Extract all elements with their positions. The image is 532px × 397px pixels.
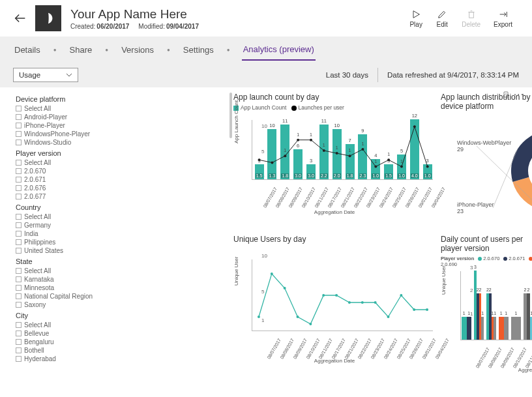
checkbox-icon[interactable] bbox=[16, 168, 22, 174]
series-bar[interactable]: 1 bbox=[499, 317, 504, 340]
svg-point-9 bbox=[271, 161, 273, 164]
checkbox-icon[interactable] bbox=[16, 222, 22, 228]
tab-analytics[interactable]: Analytics (preview) bbox=[242, 39, 316, 61]
slicer-item[interactable]: United States bbox=[16, 246, 228, 255]
checkbox-icon[interactable] bbox=[16, 293, 22, 299]
slicer-item[interactable]: Bothell bbox=[16, 346, 228, 355]
slicer-item[interactable]: Android-Player bbox=[16, 113, 228, 121]
checkbox-icon[interactable] bbox=[16, 185, 22, 191]
svg-point-16 bbox=[361, 148, 364, 151]
series-bar[interactable]: 1 bbox=[511, 317, 521, 340]
slicer-scrollbar[interactable] bbox=[229, 93, 232, 138]
export-button[interactable]: Export bbox=[494, 9, 512, 28]
report-area: ··· App launch count by day App Launch C… bbox=[0, 87, 532, 378]
play-button[interactable]: Play bbox=[409, 9, 422, 28]
checkbox-icon[interactable] bbox=[16, 248, 22, 254]
svg-point-36 bbox=[387, 316, 390, 318]
checkbox-icon[interactable] bbox=[16, 347, 22, 353]
checkbox-icon[interactable] bbox=[16, 356, 22, 362]
checkbox-icon[interactable] bbox=[16, 194, 22, 199]
tab-versions[interactable]: Versions bbox=[120, 40, 155, 60]
checkbox-icon[interactable] bbox=[16, 140, 22, 145]
slicer-item[interactable]: Minnesota bbox=[16, 284, 228, 292]
slicer-item[interactable]: Bellevue bbox=[16, 329, 228, 338]
svg-point-12 bbox=[310, 139, 312, 141]
users-per-version-chart: Player version2.0.6702.0.6712.0.6762.0.6… bbox=[441, 256, 532, 373]
slicer-item[interactable]: 2.0.671 bbox=[16, 175, 228, 184]
svg-point-30 bbox=[309, 323, 312, 325]
back-icon[interactable] bbox=[13, 11, 27, 25]
tab-settings[interactable]: Settings bbox=[182, 40, 215, 60]
slicer-item[interactable]: Select All bbox=[16, 267, 228, 275]
slicer-title-state: State bbox=[16, 257, 228, 265]
checkbox-icon[interactable] bbox=[16, 339, 22, 345]
svg-point-20 bbox=[413, 125, 416, 128]
donut-label: iPhone-Player23 bbox=[457, 201, 494, 214]
series-bar[interactable]: 1 bbox=[462, 317, 467, 340]
slicer-item[interactable]: India bbox=[16, 229, 228, 238]
svg-point-31 bbox=[322, 294, 325, 297]
series-bar[interactable]: 1 bbox=[467, 317, 472, 340]
slicer-item[interactable]: Windows-Studio bbox=[16, 138, 228, 147]
slicer-item[interactable]: Germany bbox=[16, 221, 228, 229]
app-title: Your App Name Here bbox=[70, 7, 199, 22]
slicer-title-city: City bbox=[16, 312, 228, 319]
slicer-item[interactable]: Saxony bbox=[16, 301, 228, 309]
checkbox-icon[interactable] bbox=[16, 114, 22, 120]
svg-point-19 bbox=[400, 166, 403, 168]
svg-point-29 bbox=[297, 316, 299, 318]
checkbox-icon[interactable] bbox=[16, 239, 22, 245]
checkbox-icon[interactable] bbox=[16, 131, 22, 137]
checkbox-icon[interactable] bbox=[16, 276, 22, 282]
checkbox-icon[interactable] bbox=[16, 231, 22, 237]
slicer-item[interactable]: 2.0.670 bbox=[16, 167, 228, 175]
checkbox-icon[interactable] bbox=[16, 302, 22, 308]
slicer-item[interactable]: 2.0.677 bbox=[16, 192, 228, 201]
slicer-item[interactable]: National Capital Region bbox=[16, 292, 228, 301]
checkbox-icon[interactable] bbox=[16, 177, 22, 183]
svg-point-33 bbox=[348, 301, 351, 304]
panel-unique-users-by-day: Unique Users by day Unique User 151008/0… bbox=[233, 235, 436, 372]
tab-details[interactable]: Details bbox=[13, 40, 42, 60]
slicer-item[interactable]: Select All bbox=[16, 213, 228, 221]
slicer-item[interactable]: Bengaluru bbox=[16, 338, 228, 346]
checkbox-icon[interactable] bbox=[16, 106, 22, 111]
subnav: Details● Share● Versions● Settings● Anal… bbox=[0, 37, 532, 63]
checkbox-icon[interactable] bbox=[16, 160, 22, 166]
app-icon bbox=[35, 5, 61, 31]
scope-select[interactable]: Usage bbox=[13, 68, 78, 82]
series-bar[interactable]: 1 bbox=[504, 317, 509, 340]
checkbox-icon[interactable] bbox=[16, 214, 22, 220]
chevron-down-icon bbox=[66, 72, 72, 78]
checkbox-icon[interactable] bbox=[16, 285, 22, 291]
slicer-item[interactable]: WindowsPhone-Player bbox=[16, 130, 228, 138]
edit-button[interactable]: Edit bbox=[436, 9, 449, 28]
series-bar[interactable]: 1 bbox=[481, 317, 484, 340]
refresh-time-label: Data refreshed at 9/4/2017, 8:33:14 PM bbox=[387, 71, 519, 79]
slicer-item[interactable]: Hyderabad bbox=[16, 355, 228, 363]
checkbox-icon[interactable] bbox=[16, 322, 22, 328]
svg-point-32 bbox=[335, 294, 338, 297]
filters-pane: Device platformSelect AllAndroid-Playeri… bbox=[13, 93, 228, 372]
slicer-item[interactable]: Philippines bbox=[16, 238, 228, 246]
slicer-item[interactable]: 2.0.676 bbox=[16, 184, 228, 192]
app-meta: Created:06/20/2017 Modified:09/04/2017 bbox=[70, 23, 199, 30]
slicer-item[interactable]: Select All bbox=[16, 158, 228, 167]
svg-point-37 bbox=[400, 294, 402, 297]
slicer-item[interactable]: Karnataka bbox=[16, 275, 228, 284]
panel-users-per-version: Daily count of users per player version … bbox=[441, 235, 532, 372]
slicer-item[interactable]: iPhone-Player bbox=[16, 121, 228, 130]
slicer-item[interactable]: Select All bbox=[16, 104, 228, 113]
checkbox-icon[interactable] bbox=[16, 268, 22, 274]
tab-share[interactable]: Share bbox=[68, 40, 94, 60]
donut-slice[interactable] bbox=[512, 177, 532, 211]
slicer-item[interactable]: Select All bbox=[16, 321, 228, 329]
series-bar[interactable]: 1 bbox=[494, 317, 496, 340]
svg-rect-2 bbox=[469, 12, 473, 18]
checkbox-icon[interactable] bbox=[16, 331, 22, 336]
time-range-label: Last 30 days bbox=[326, 71, 368, 79]
svg-point-11 bbox=[297, 139, 299, 141]
svg-point-18 bbox=[387, 158, 390, 161]
svg-point-15 bbox=[349, 154, 351, 157]
checkbox-icon[interactable] bbox=[16, 123, 22, 128]
